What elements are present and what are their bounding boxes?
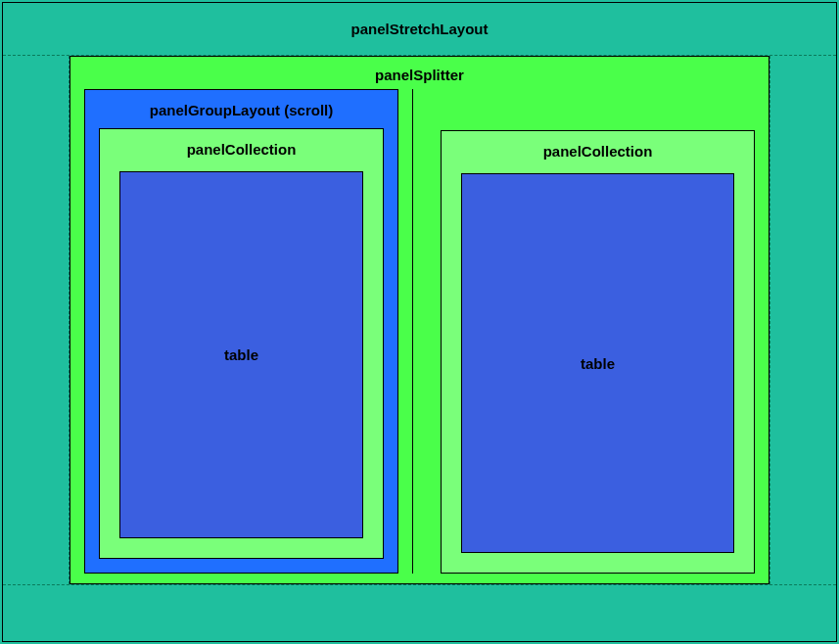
splitter-left-pane: panelGroupLayout (scroll) panelCollectio… xyxy=(84,89,413,574)
table-left-label: table xyxy=(224,346,258,363)
panel-collection-right-title: panelCollection xyxy=(461,131,734,173)
right-strip xyxy=(769,56,836,584)
panel-splitter: panelSplitter panelGroupLayout (scroll) … xyxy=(70,56,769,584)
panel-collection-right: panelCollection table xyxy=(441,130,755,574)
left-strip xyxy=(3,56,70,584)
panel-collection-left-title: panelCollection xyxy=(119,129,363,171)
panel-group-layout: panelGroupLayout (scroll) panelCollectio… xyxy=(84,89,398,574)
layout-body: panelSplitter panelGroupLayout (scroll) … xyxy=(3,56,836,584)
panel-splitter-title: panelSplitter xyxy=(70,57,769,89)
layout-footer xyxy=(3,584,836,641)
splitter-right-pane: panelCollection table xyxy=(441,89,755,574)
table-right: table xyxy=(461,173,734,553)
table-right-label: table xyxy=(581,355,615,372)
splitter-body: panelGroupLayout (scroll) panelCollectio… xyxy=(70,89,769,583)
panel-group-layout-title: panelGroupLayout (scroll) xyxy=(99,90,384,128)
panel-stretch-layout: panelStretchLayout panelSplitter panelGr… xyxy=(2,2,837,642)
panel-collection-left: panelCollection table xyxy=(99,128,384,559)
panel-stretch-layout-title: panelStretchLayout xyxy=(3,3,836,56)
table-left: table xyxy=(119,171,363,538)
